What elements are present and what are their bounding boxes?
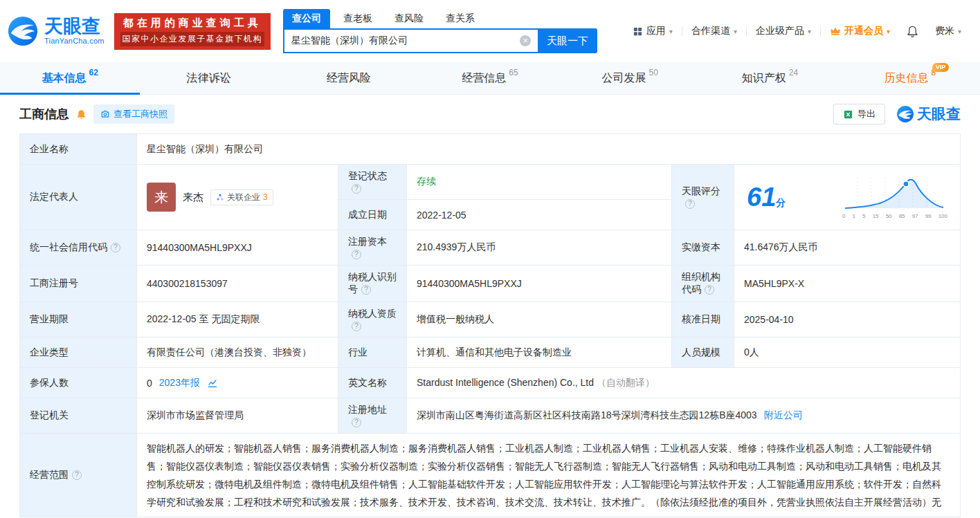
tianyancha-logo-icon [7,15,39,47]
search-tab-boss[interactable]: 查老板 [334,9,381,28]
auto-translate-note: （自动翻译） [597,377,655,388]
english-name-label: 英文名称 [338,368,407,398]
tianyancha-logo-icon [896,105,914,123]
reg-address-value: 深圳市南山区粤海街道高新区社区科技南路18号深圳湾科技生态园12栋B座4003附… [407,398,961,434]
paid-capital-label: 实缴资本 [672,230,734,266]
tab-operating-risk[interactable]: 经营风险 [280,62,420,94]
export-button[interactable]: 导出 [833,104,885,124]
search-button[interactable]: 天眼一下 [538,28,597,53]
watermark-brand-label: 天眼查 [917,104,961,124]
annual-report-link[interactable]: 2023年报 [159,377,200,389]
business-term-label: 营业期限 [20,302,137,337]
tab-count: 65 [509,68,518,77]
excel-icon [843,109,853,120]
score-label: 天眼评分? [672,165,734,230]
tab-label: 经营信息 [462,71,506,86]
legal-rep-avatar[interactable]: 来 [147,183,176,212]
help-icon[interactable]: ? [705,285,714,295]
nav-apps-label: 应用 [646,25,666,37]
nav-user-account[interactable]: 费米 ▾ [926,25,970,37]
help-icon[interactable]: ? [352,184,361,194]
chevron-down-icon: ▾ [734,28,737,35]
tab-basic-info[interactable]: 基本信息 62 [0,62,140,94]
tianyancha-logo[interactable]: 天眼查 TianYanCha.com [7,15,105,47]
nav-partner-channel[interactable]: 合作渠道 ▾ [682,25,746,37]
nav-enterprise-products[interactable]: 企业级产品 ▾ [747,25,820,37]
search-tab-company[interactable]: 查公司 [283,9,330,28]
brand-slogan: 都在用的商业查询工具 国家中小企业发展子基金旗下机构 [114,13,271,50]
english-name-value: Stardust Intelligence (Shenzhen) Co., Lt… [407,368,961,398]
tab-label: 基本信息 [42,71,86,86]
industry-value: 计算机、通信和其他电子设备制造业 [407,337,672,368]
tab-history-info[interactable]: 历史信息 VIP 8 [840,62,980,94]
approve-date-label: 核准日期 [672,302,734,337]
tab-label: 经营风险 [327,71,371,86]
export-label: 导出 [858,108,875,120]
tab-label: 知识产权 [742,71,786,86]
nav-vip-label: 开通会员 [844,25,883,37]
related-companies-tag[interactable]: 关联企业 3 [210,189,273,205]
reg-capital-value: 210.4939万人民币 [407,230,672,266]
tab-operating-info[interactable]: 经营信息 65 [420,62,560,94]
taxpayer-id-value: 91440300MA5HL9PXXJ [407,266,672,302]
help-icon[interactable]: ? [352,322,361,331]
business-info-section-header: 工商信息 查看工商快照 导出 天眼查 [0,95,980,133]
industry-label: 行业 [338,337,407,368]
help-icon[interactable]: ? [352,250,361,259]
tab-label: 公司发展 [602,71,646,86]
top-header: 天眼查 TianYanCha.com 都在用的商业查询工具 国家中小企业发展子基… [0,0,980,62]
nav-apps[interactable]: 应用 ▾ [624,25,682,37]
search-area: 查公司 查老板 查风险 查关系 × 天眼一下 [283,9,597,53]
search-tab-relation[interactable]: 查关系 [437,9,484,28]
table-row: 营业期限 2022-12-05 至 无固定期限 纳税人资质? 增值税一般纳税人 … [20,302,961,337]
staff-size-value: 0人 [734,337,961,368]
company-type-value: 有限责任公司（港澳台投资、非独资） [137,337,338,368]
tab-intellectual-property[interactable]: 知识产权 24 [700,62,840,94]
nav-user-label: 费米 [935,25,954,37]
reg-status-label: 登记状态? [338,165,407,200]
help-icon[interactable]: ? [685,199,695,209]
notifications-button[interactable] [899,25,926,38]
chevron-down-icon: ▾ [958,28,961,35]
taxpayer-id-label: 纳税人识别号? [338,266,407,302]
slogan-line2: 国家中小企业发展子基金旗下机构 [120,32,265,46]
company-name-value: 星尘智能（深圳）有限公司 [137,134,961,165]
search-input[interactable] [283,28,538,53]
legal-rep-label: 法定代表人 [20,165,137,230]
subscribe-bell-icon[interactable] [75,109,87,120]
related-companies-label: 关联企业 [227,192,260,203]
help-icon[interactable]: ? [361,285,371,295]
help-icon[interactable]: ? [352,418,361,427]
logo-title: 天眼查 [44,17,105,37]
table-row: 企业类型 有限责任公司（港澳台投资、非独资） 行业 计算机、通信和其他电子设备制… [20,337,961,368]
establish-date-label: 成立日期 [338,200,407,230]
tab-company-development[interactable]: 公司发展 50 [560,62,700,94]
legal-rep-cell: 来 来杰 关联企业 3 [137,165,338,230]
tianyan-score: 61分 [747,183,786,212]
reg-authority-label: 登记机关 [20,398,137,434]
company-name-label: 企业名称 [20,134,137,165]
tab-legal-litigation[interactable]: 法律诉讼 [140,62,280,94]
chevron-down-icon: ▾ [887,28,890,35]
score-cell: 61分 015155 [734,165,961,230]
tab-label: 法律诉讼 [186,71,230,86]
nav-open-vip[interactable]: 开通会员 ▾ [821,25,899,37]
business-registration-table: 企业名称 星尘智能（深圳）有限公司 法定代表人 来 来杰 关联企业 3 登记状态… [19,133,961,517]
table-row: 登记机关 深圳市市场监督管理局 注册地址? 深圳市南山区粤海街道高新区社区科技南… [20,398,961,434]
search-tab-risk[interactable]: 查风险 [385,9,433,28]
reg-authority-value: 深圳市市场监督管理局 [137,398,338,434]
clear-search-icon[interactable]: × [520,35,531,46]
slogan-line1: 都在用的商业查询工具 [120,17,265,30]
reg-number-value: 440300218153097 [137,266,338,302]
company-page-tabs: 基本信息 62 法律诉讼 经营风险 经营信息 65 公司发展 50 知识产权 2… [0,62,980,95]
help-icon[interactable]: ? [72,470,82,480]
company-type-label: 企业类型 [20,337,137,368]
trend-chart-icon[interactable] [207,378,218,389]
nearby-companies-link[interactable]: 附近公司 [764,409,803,420]
legal-rep-name[interactable]: 来杰 [183,191,203,204]
credit-code-label: 统一社会信用代码? [20,230,137,266]
help-icon[interactable]: ? [111,243,120,252]
watermark-brand: 天眼查 [896,104,961,124]
view-snapshot-button[interactable]: 查看工商快照 [93,104,174,124]
vip-badge: VIP [932,63,950,72]
